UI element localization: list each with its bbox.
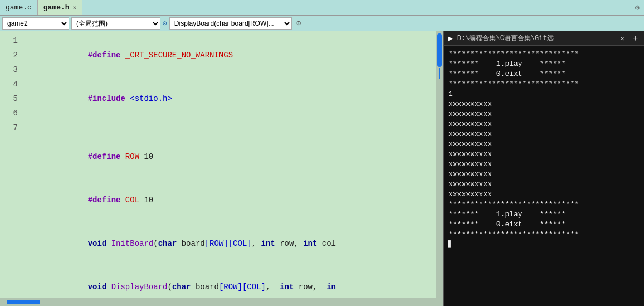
code-line-4: #define ROW 10 xyxy=(22,135,436,178)
editor-bottom-scrollbar[interactable] xyxy=(0,298,443,306)
tab-bar: game.c game.h ✕ ⚙ xyxy=(0,0,644,16)
scrollbar-line xyxy=(439,68,440,79)
code-line-2: #include <stdio.h> xyxy=(22,77,436,120)
terminal-title-bar: ▶ D:\编程合集\C语言合集\Git远 ✕ ＋ xyxy=(444,31,644,46)
line-num-5: 5 xyxy=(0,91,22,106)
terminal-body[interactable]: ****************************** ******* 1… xyxy=(444,46,644,306)
add-split-button[interactable]: ⊕ xyxy=(294,18,303,28)
scope-select[interactable]: (全局范围) xyxy=(71,17,160,30)
bottom-scroll-thumb[interactable] xyxy=(7,300,40,304)
tab-game-h-label: game.h xyxy=(43,3,70,12)
line-num-6: 6 xyxy=(0,106,22,120)
terminal-panel: ▶ D:\编程合集\C语言合集\Git远 ✕ ＋ ***************… xyxy=(443,31,644,306)
code-line-5: #define COL 10 xyxy=(22,178,436,222)
toolbar: game2 (全局范围) ⊙ DisplayBoard(char board[R… xyxy=(0,16,644,31)
terminal-close-button[interactable]: ✕ xyxy=(620,34,625,43)
code-content[interactable]: #define _CRT_SECURE_NO_WARNINGS #include… xyxy=(22,31,436,298)
code-area: 1 2 3 4 5 6 7 #define _CRT_SECURE_NO_WAR… xyxy=(0,31,443,298)
func-select[interactable]: DisplayBoard(char board[ROW]... xyxy=(169,17,292,30)
line-num-7: 7 xyxy=(0,120,22,135)
line-num-4: 4 xyxy=(0,77,22,91)
editor-panel: 1 2 3 4 5 6 7 #define _CRT_SECURE_NO_WAR… xyxy=(0,31,443,306)
gear-icon[interactable]: ⚙ xyxy=(631,3,644,12)
line-num-3: 3 xyxy=(0,62,22,77)
line-num-1: 1 xyxy=(0,33,22,48)
terminal-add-button[interactable]: ＋ xyxy=(631,33,640,43)
tab-game-h-close[interactable]: ✕ xyxy=(73,4,77,11)
tab-game-h[interactable]: game.h ✕ xyxy=(38,0,82,15)
code-line-6: void InitBoard(char board[ROW][COL], int… xyxy=(22,222,436,265)
terminal-path: D:\编程合集\C语言合集\Git远 xyxy=(457,33,616,43)
main-area: 1 2 3 4 5 6 7 #define _CRT_SECURE_NO_WAR… xyxy=(0,31,644,306)
scrollbar-thumb[interactable] xyxy=(437,33,442,67)
terminal-icon: ▶ xyxy=(448,34,453,43)
func-toolbar: ⊙ DisplayBoard(char board[ROW]... xyxy=(163,17,292,30)
line-num-2: 2 xyxy=(0,48,22,62)
tab-game-c[interactable]: game.c xyxy=(0,0,38,15)
code-line-7: void DisplayBoard(char board[ROW][COL], … xyxy=(22,265,436,298)
code-line-1: #define _CRT_SECURE_NO_WARNINGS xyxy=(22,33,436,77)
editor-scrollbar[interactable] xyxy=(436,31,443,298)
line-numbers: 1 2 3 4 5 6 7 xyxy=(0,31,22,298)
tab-game-c-label: game.c xyxy=(6,3,32,12)
file-select[interactable]: game2 xyxy=(2,17,69,30)
func-icon: ⊙ xyxy=(163,19,167,28)
code-line-3 xyxy=(22,120,436,135)
